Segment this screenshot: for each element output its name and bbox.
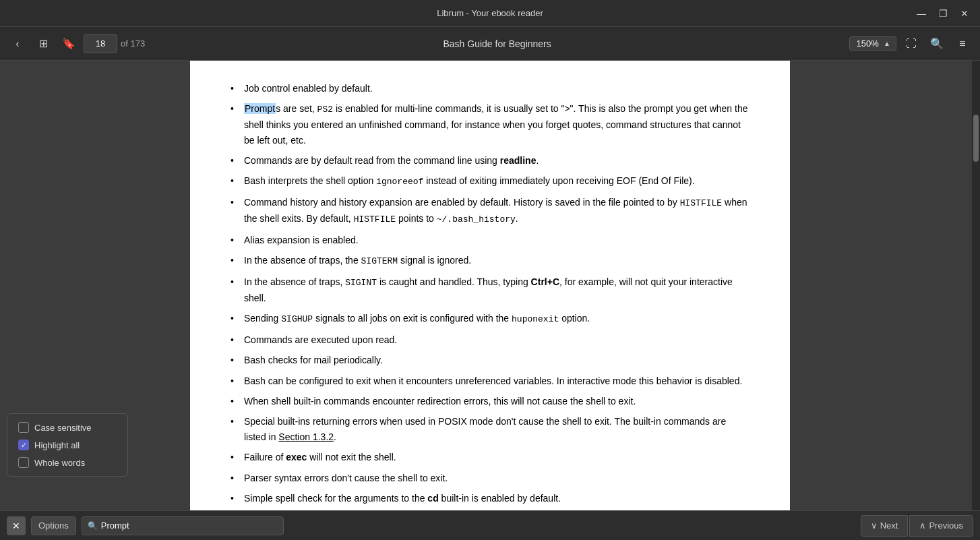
page-total: of 173 [121,38,145,49]
search-next-button[interactable]: ∨ Next [861,515,909,537]
window-controls: — ❐ ✕ [914,6,972,21]
menu-button[interactable]: ≡ [952,33,973,55]
whole-words-checkbox[interactable] [18,457,29,468]
next-label: Next [880,520,898,531]
bookmark-button[interactable]: 🔖 [58,33,80,55]
whole-words-label: Whole words [34,458,85,468]
search-input-group: 🔍 [82,516,284,535]
list-item: Commands are by default read from the co… [231,153,749,168]
list-item: Bash interprets the shell option ignoree… [231,173,749,189]
bullet-list: Job control enabled by default. Prompts … [231,81,749,510]
case-sensitive-checkbox[interactable] [18,422,29,433]
book-page: Job control enabled by default. Prompts … [190,61,790,510]
fullscreen-button[interactable]: ⛶ [900,33,922,55]
list-item: Simple spell check for the arguments to … [231,491,749,506]
list-item: Failure of exec will not exit the shell. [231,450,749,464]
list-item: Sending SIGHUP signals to all jobs on ex… [231,311,749,327]
list-item: In the absence of traps, the SIGTERM sig… [231,253,749,269]
search-navigation: ∨ Next ∧ Previous [861,515,973,537]
list-item: Commands are executed upon read. [231,332,749,347]
toolbar-center: Bash Guide for Beginners [149,38,845,49]
toolbar-right: 150% ▲ ⛶ 🔍 ≡ [849,33,973,55]
highlight-all-label: Highlight all [34,440,80,450]
app-title: Librum - Your ebook reader [437,8,543,18]
search-close-button[interactable]: ✕ [7,516,26,535]
list-item: In the absence of traps, SIGINT is caugh… [231,274,749,305]
main-content-area: Job control enabled by default. Prompts … [0,61,980,510]
search-previous-button[interactable]: ∧ Previous [909,515,973,537]
checkmark-icon: ✓ [21,441,27,450]
title-bar: Librum - Your ebook reader — ❐ ✕ [0,0,980,27]
page-navigation: of 173 [84,34,145,53]
list-item: Job control enabled by default. [231,81,749,96]
content-wrapper: Job control enabled by default. Prompts … [0,61,980,510]
list-item: Special built-ins returning errors when … [231,414,749,444]
search-input[interactable] [101,520,278,531]
section-link-132[interactable]: Section 1.3.2 [278,431,334,442]
zoom-level: 150% [854,38,881,49]
list-item: When shell built-in commands encounter r… [231,394,749,409]
list-item: Bash can be configured to exit when it e… [231,373,749,388]
case-sensitive-option[interactable]: Case sensitive [18,422,117,433]
book-content: Job control enabled by default. Prompts … [231,81,749,510]
search-bar: ✕ Options 🔍 ∨ Next ∧ Previous [0,510,980,540]
prev-label: Previous [929,520,963,531]
case-sensitive-label: Case sensitive [34,423,92,433]
zoom-up-button[interactable]: ▲ [882,40,892,47]
search-icon: 🔍 [930,37,944,50]
list-item: Parser syntax errors don't cause the she… [231,471,749,485]
scrollbar-thumb[interactable] [973,115,979,162]
list-item: Command history and history expansion ar… [231,195,749,227]
book-title: Bash Guide for Beginners [443,38,551,49]
back-button[interactable]: ‹ [7,33,28,55]
zoom-control: 150% ▲ [849,36,896,51]
list-item: Bash checks for mail periodically. [231,353,749,367]
minimize-button[interactable]: — [914,6,929,21]
toolbar: ‹ ⊞ 🔖 of 173 Bash Guide for Beginners 15… [0,27,980,61]
options-button[interactable]: Options [31,516,76,535]
search-field-icon: 🔍 [88,521,98,531]
highlight-all-checkbox[interactable]: ✓ [18,440,29,450]
list-item: Prompts are set, PS2 is enabled for mult… [231,101,749,148]
search-button[interactable]: 🔍 [926,33,948,55]
close-button[interactable]: ✕ [957,6,972,21]
highlight-all-option[interactable]: ✓ Highlight all [18,440,117,450]
whole-words-option[interactable]: Whole words [18,457,117,468]
menu-icon: ≡ [959,38,965,50]
next-icon: ∨ [871,520,878,531]
bookmark-icon: 🔖 [62,37,75,50]
prev-icon: ∧ [919,520,926,531]
fullscreen-icon: ⛶ [906,38,917,50]
maximize-button[interactable]: ❐ [936,6,950,21]
scrollbar-track[interactable] [972,61,980,510]
list-item: Alias expansion is enabled. [231,233,749,247]
panel-toggle-button[interactable]: ⊞ [32,33,54,55]
options-popup: Case sensitive ✓ Highlight all Whole wor… [7,413,128,477]
page-number-input[interactable] [84,34,117,53]
highlight-prompts: Prompt [244,103,276,114]
